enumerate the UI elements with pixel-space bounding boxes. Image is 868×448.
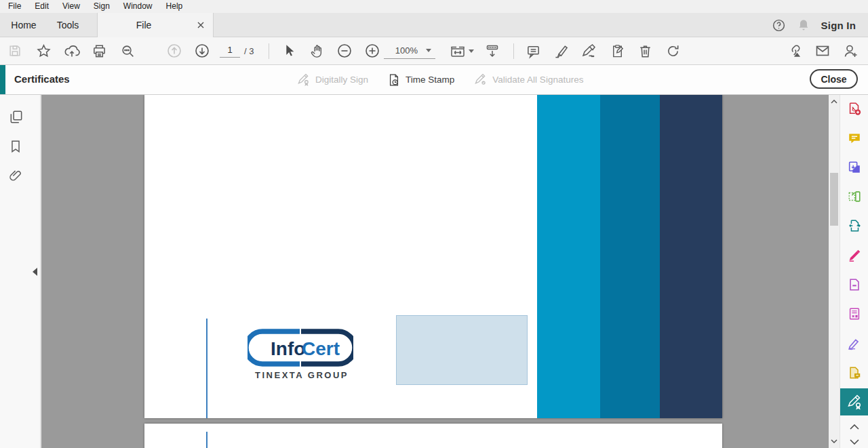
collapse-panel-icon[interactable] [31,266,39,277]
trash-icon[interactable] [635,41,654,60]
comment-icon[interactable] [524,41,542,60]
prepare-form-icon[interactable] [846,306,863,322]
validate-all-signatures-button: Validate All Signatures [473,73,583,87]
previous-page-icon [165,41,184,60]
zoom-out-icon[interactable] [335,41,354,60]
send-comments-icon[interactable] [846,365,863,381]
chevron-down-icon [469,49,474,53]
email-icon[interactable] [813,41,832,60]
page-count-label: / 3 [244,46,254,56]
refresh-icon[interactable] [663,41,682,60]
certificates-tool-icon[interactable] [846,394,863,410]
toolbar-separator [269,43,269,59]
digitally-sign-icon [296,73,311,87]
menu-edit[interactable]: Edit [28,0,56,13]
panel-scroll-up-icon[interactable] [846,421,863,433]
redact-icon[interactable] [846,277,863,293]
logo-subtitle: TINEXTA GROUP [248,370,356,380]
upload-cloud-icon[interactable] [62,41,81,60]
tab-tools[interactable]: Tools [46,13,90,37]
page-accent-line [206,319,208,418]
main-toolbar: / 3 100% [0,37,868,65]
document-area: Info Cert TINEXTA GROUP [0,95,868,448]
page-placeholder-box [396,315,528,385]
notifications-bell-icon[interactable] [797,18,810,32]
organize-pages-icon[interactable] [846,188,863,205]
close-tab-icon[interactable] [194,18,208,32]
pdf-page-2 [144,424,722,448]
search-icon[interactable] [118,41,137,60]
comment-tool-icon[interactable] [846,130,863,146]
zoom-level-value: 100% [395,45,418,56]
hand-tool-icon[interactable] [307,41,326,60]
share-link-icon[interactable] [785,41,804,60]
menu-bar: File Edit View Sign Window Help [0,0,868,13]
menu-view[interactable]: View [56,0,87,13]
close-tool-button[interactable]: Close [810,69,858,89]
print-icon[interactable] [90,41,108,60]
page-stripe-blue [600,95,660,418]
page-stripe-cyan [537,95,600,418]
svg-text:Info: Info [271,338,305,359]
left-panel-rail [0,95,41,448]
certificates-toolbar: Certificates Digitally Sign Time Stamp V… [0,65,868,95]
sign-pen-icon[interactable] [579,41,598,60]
menu-window[interactable]: Window [117,0,159,13]
create-pdf-icon[interactable] [846,100,863,117]
zoom-in-icon[interactable] [363,41,382,60]
fill-sign-tool-icon[interactable] [846,247,863,264]
select-cursor-icon[interactable] [279,41,298,60]
vertical-scrollbar[interactable] [829,95,840,448]
logo-text-info: Info [271,338,305,359]
document-tab-label: File [98,20,190,30]
sign-in-button[interactable]: Sign In [821,20,856,31]
compress-pdf-icon[interactable] [846,218,863,234]
time-stamp-icon [387,73,401,87]
certificates-title: Certificates [14,73,70,85]
page-thumbnails-icon[interactable] [5,106,26,127]
scroll-up-icon[interactable] [829,96,840,107]
page-stripe-navy [660,95,722,418]
infocert-logo-mark: Info Cert [248,329,353,367]
scroll-down-icon[interactable] [829,436,840,447]
attachments-icon[interactable] [5,165,26,186]
page-accent-line [206,432,208,448]
page-number-input[interactable] [220,43,240,59]
star-icon[interactable] [34,41,53,60]
tab-home[interactable]: Home [3,13,45,37]
panel-scroll-down-icon[interactable] [846,436,863,448]
tab-bar: Home Tools File Sign In [0,13,868,37]
tools-panel-rail [840,95,868,448]
menu-file[interactable]: File [1,0,28,13]
scrollbar-thumb[interactable] [830,173,838,226]
reading-mode-icon[interactable] [483,41,502,60]
export-pdf-icon[interactable] [846,159,863,176]
infocert-logo: Info Cert TINEXTA GROUP [248,329,356,380]
help-icon[interactable] [772,18,786,33]
pdf-canvas[interactable]: Info Cert TINEXTA GROUP [41,95,829,448]
chevron-down-icon [426,49,431,52]
certificates-accent-stripe [0,65,5,94]
bookmarks-icon[interactable] [5,136,26,157]
validate-signatures-icon [473,73,488,87]
add-person-icon[interactable] [841,41,860,60]
save-icon[interactable] [5,41,24,60]
time-stamp-button[interactable]: Time Stamp [387,73,454,87]
pdf-page-1: Info Cert TINEXTA GROUP [144,95,722,418]
svg-text:Cert: Cert [302,338,340,359]
toolbar-separator [513,43,514,59]
menu-help[interactable]: Help [159,0,190,13]
highlighter-icon[interactable] [551,41,570,60]
logo-text-cert: Cert [302,338,340,359]
fit-width-icon[interactable] [446,41,476,60]
tab-document[interactable]: File [97,13,214,37]
zoom-level-dropdown[interactable]: 100% [384,43,435,59]
sign-tool-icon[interactable] [846,335,863,352]
next-page-icon[interactable] [193,41,212,60]
digitally-sign-button: Digitally Sign [296,73,368,87]
fill-sign-icon[interactable] [608,41,627,60]
acrobat-window: File Edit View Sign Window Help Home Too… [0,0,868,448]
menu-sign[interactable]: Sign [87,0,117,13]
